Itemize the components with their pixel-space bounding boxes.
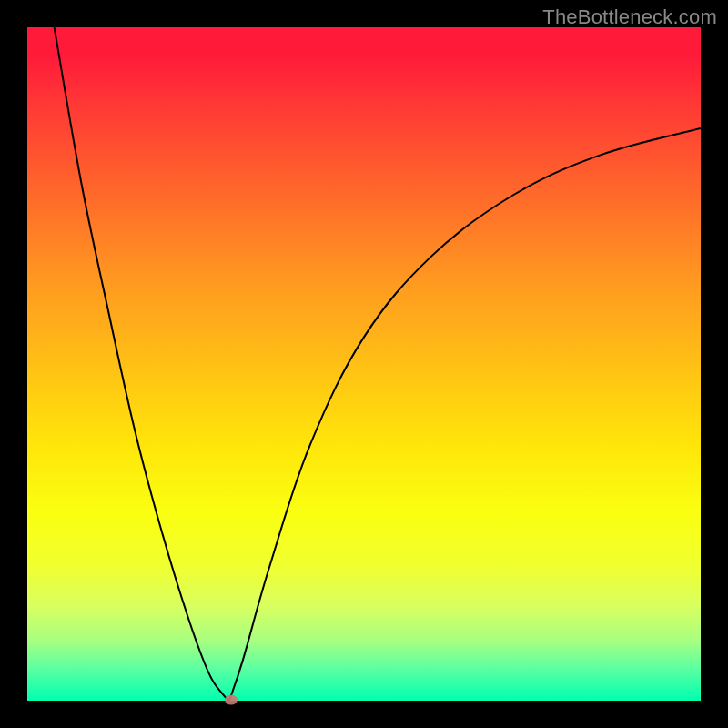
chart-frame: TheBottleneck.com [0, 0, 728, 728]
curve-left-path [55, 27, 229, 701]
curve-right-path [229, 128, 701, 701]
plot-area [27, 27, 701, 701]
curve-svg [27, 27, 701, 701]
watermark-text: TheBottleneck.com [542, 5, 717, 29]
min-marker [225, 695, 238, 705]
